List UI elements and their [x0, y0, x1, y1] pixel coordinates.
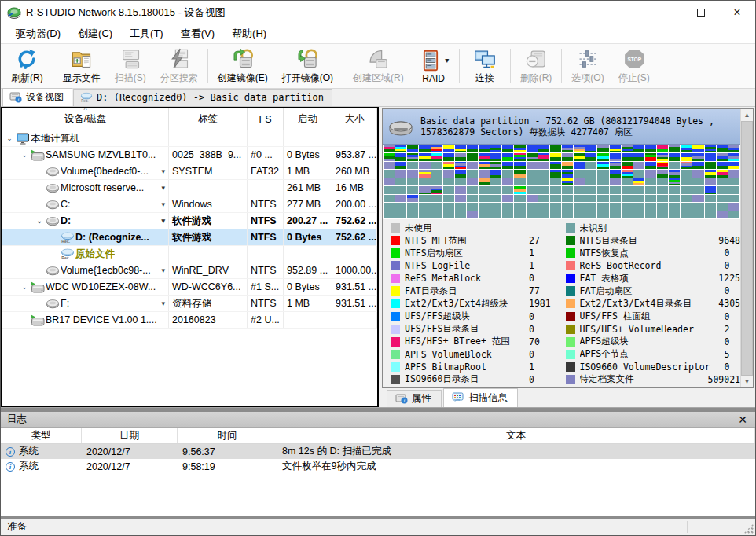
size-cell: 200.00 ...	[332, 196, 377, 212]
scan-block	[395, 145, 406, 152]
close-button[interactable]: ×	[719, 1, 755, 24]
volume-dropdown-icon[interactable]: ▾	[161, 184, 165, 192]
log-row[interactable]: i系统 2020/12/7 9:56:37 8m 12s 的 D: 扫描已完成	[1, 444, 755, 459]
legend-color-swatch	[391, 299, 400, 308]
log-close-icon[interactable]: ✕	[736, 414, 749, 425]
log-column-time[interactable]: 时间	[178, 428, 277, 443]
tab-device-view[interactable]: i 设备视图	[2, 88, 72, 106]
scan-block	[681, 211, 692, 218]
device-tree-row[interactable]: Volume{1ecb0c98-... ▾ WinRE_DRV NTFS 952…	[2, 262, 377, 279]
recognized-icon: Rec.	[80, 92, 93, 103]
log-row[interactable]: i系统 2020/12/7 9:58:19 文件枚举在9秒内完成	[1, 459, 755, 474]
refresh-button[interactable]: 刷新(R)	[4, 46, 50, 86]
minimize-button[interactable]	[647, 1, 683, 24]
expand-chevron-icon[interactable]: ⌄	[19, 283, 30, 291]
log-title: 日志	[7, 413, 736, 426]
scroll-down-icon[interactable]: ▼	[741, 376, 753, 387]
device-tree-row[interactable]: ⌄ SAMSUNG MZVLB1T0... 0025_388B_9... #0 …	[2, 147, 377, 163]
log-column-type[interactable]: 类型	[1, 428, 82, 443]
tab-scan-information[interactable]: 扫描信息	[443, 388, 518, 407]
scan-block	[681, 170, 692, 177]
column-header-start[interactable]: 启动	[284, 108, 332, 130]
resize-grip[interactable]	[743, 523, 754, 534]
scrollbar-thumb[interactable]	[741, 121, 753, 376]
scan-block	[431, 170, 442, 177]
device-tree-row[interactable]: F: ▾ 资料存储 NTFS 1 MB 931.51 ...	[2, 296, 377, 312]
scan-block	[574, 186, 585, 193]
device-tree-row[interactable]: Microsoft reserve... ▾ 261 MB 16 MB	[2, 180, 377, 196]
tab-properties[interactable]: i 属性	[387, 390, 442, 407]
scan-block	[728, 170, 739, 177]
device-tree-row[interactable]: ⌄ WDC WD10EZEX-08W... WD-WCC6Y6... #1 S.…	[2, 279, 377, 296]
scan-block	[384, 195, 395, 202]
connect-button[interactable]: 连接	[462, 46, 508, 86]
scan-block	[692, 153, 703, 160]
legend-count: 0	[725, 362, 730, 373]
legend-color-swatch	[391, 350, 400, 359]
tab-recognized-partition[interactable]: Rec. D: (Recognized0) -> Basic data part…	[73, 89, 332, 106]
svg-text:STOP: STOP	[627, 57, 641, 62]
column-header-label[interactable]: 标签	[169, 108, 248, 130]
fs-cell: NTFS	[248, 229, 284, 245]
device-tree-row[interactable]: Volume{0bedecf0-... ▾ SYSTEM FAT32 1 MB …	[2, 163, 377, 180]
legend-label: APFS BitmapRoot	[405, 362, 524, 373]
expand-chevron-icon[interactable]: ⌄	[19, 151, 30, 159]
scan-block	[657, 153, 668, 160]
device-tree-row[interactable]: ⌄ 本地计算机	[2, 130, 377, 147]
scroll-up-icon[interactable]: ▲	[741, 109, 753, 121]
expand-chevron-icon[interactable]: ⌄	[34, 217, 45, 225]
volume-dropdown-icon[interactable]: ▾	[161, 217, 165, 225]
maximize-button[interactable]	[683, 1, 719, 24]
volume-dropdown-icon[interactable]: ▾	[161, 200, 165, 208]
menu-help[interactable]: 帮助(H)	[223, 24, 275, 43]
column-header-size[interactable]: 大小	[332, 108, 377, 130]
scan-block	[681, 203, 692, 210]
scan-block	[479, 211, 490, 218]
scan-block	[490, 170, 501, 177]
raid-button[interactable]: ▾ RAID	[411, 46, 457, 86]
volume-dropdown-icon[interactable]: ▾	[161, 299, 165, 307]
toolbar: 刷新(R) 显示文件 扫描(S) 分区搜索 创建镜像(E) 打开镜像(O) 创建…	[1, 43, 755, 89]
scan-block	[562, 162, 573, 169]
device-tree-row[interactable]: Rec. D: (Recognize... 软件游戏 NTFS 0 Bytes …	[2, 229, 377, 246]
menu-view[interactable]: 查看(V)	[172, 24, 223, 43]
legend-color-swatch	[566, 223, 575, 233]
scan-block	[467, 211, 478, 218]
scan-legend: 未使用 NTFS MFT范围 27 NTFS启动扇区 1 NTFS LogFil…	[383, 219, 740, 387]
open-image-button[interactable]: 打开镜像(O)	[275, 46, 340, 86]
scan-block	[467, 162, 478, 169]
volume-dropdown-icon[interactable]: ▾	[161, 167, 165, 175]
device-tree-row[interactable]: C: ▾ Windows NTFS 277 MB 200.00 ...	[2, 196, 377, 213]
fs-cell: #0 ...	[248, 147, 284, 163]
device-tree-row[interactable]: BR17 DEVICE V1.00 1.... 20160823 #2 U...	[2, 312, 377, 329]
recognized-icon: Rec.	[60, 232, 75, 244]
expand-chevron-icon[interactable]: ⌄	[4, 134, 15, 142]
create-image-button[interactable]: 创建镜像(E)	[211, 46, 275, 86]
scan-block	[681, 153, 692, 160]
legend-count: 0	[725, 311, 730, 322]
menu-create[interactable]: 创建(C)	[69, 24, 121, 43]
scan-block-map	[383, 145, 740, 219]
vertical-scrollbar[interactable]: ▲ ▼	[740, 109, 753, 387]
device-view-icon: i	[9, 92, 22, 103]
scan-block	[431, 203, 442, 210]
size-cell: 1000.00...	[332, 262, 377, 278]
device-tree-row[interactable]: ⌄ D: ▾ 软件游戏 NTFS 200.27 ... 752.62 ...	[2, 213, 377, 229]
show-files-button[interactable]: 显示文件	[56, 46, 108, 86]
legend-count: 4305	[718, 298, 740, 309]
device-name-cell: ⌄ SAMSUNG MZVLB1T0...	[2, 147, 169, 163]
scan-block	[645, 162, 656, 169]
menu-tools[interactable]: 工具(T)	[121, 24, 172, 43]
column-header-fs[interactable]: FS	[248, 108, 284, 130]
volume-dropdown-icon[interactable]: ▾	[161, 266, 165, 274]
dropdown-arrow-icon[interactable]: ▾	[445, 56, 449, 64]
menu-drive[interactable]: 驱动器(D)	[7, 24, 69, 43]
log-column-text[interactable]: 文本	[277, 428, 755, 443]
scan-block	[585, 153, 596, 160]
scan-block	[384, 186, 395, 193]
scan-block	[467, 203, 478, 210]
device-tree-row[interactable]: Rec. 原始文件	[2, 246, 377, 262]
log-column-date[interactable]: 日期	[82, 428, 178, 443]
column-header-device[interactable]: ^设备/磁盘	[2, 108, 169, 130]
size-cell: 260 MB	[332, 163, 377, 179]
